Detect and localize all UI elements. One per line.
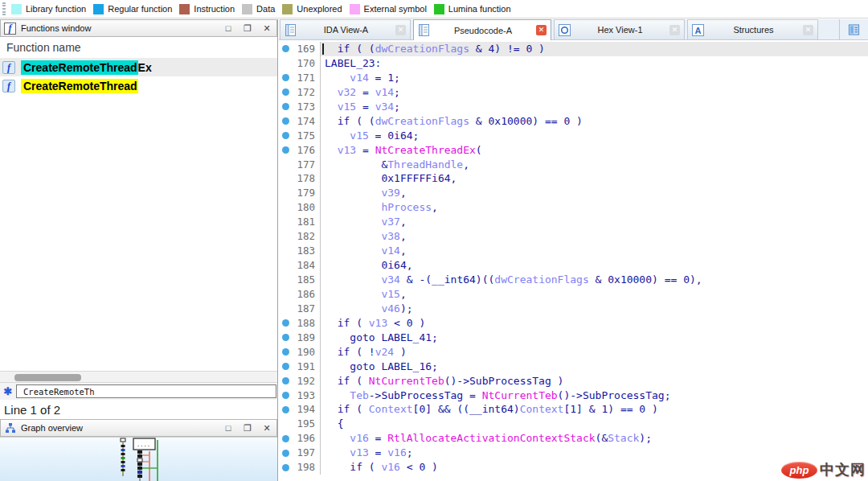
float-icon[interactable]: ❐ bbox=[238, 420, 257, 436]
data-swatch bbox=[242, 4, 252, 14]
code-line[interactable]: 195 { bbox=[279, 417, 868, 431]
svg-text:A: A bbox=[695, 25, 702, 35]
close-icon[interactable]: ✕ bbox=[257, 20, 276, 36]
line-number: 171 bbox=[293, 71, 320, 85]
functions-window-titlebar[interactable]: f Functions window □❐✕ bbox=[0, 19, 277, 37]
code-line[interactable]: 184 0i64, bbox=[279, 258, 868, 273]
functions-horizontal-scrollbar[interactable] bbox=[0, 371, 277, 383]
tab-pseudocode-a[interactable]: Pseudocode-A✕ bbox=[413, 19, 551, 40]
address-bullet bbox=[279, 388, 293, 403]
scrollbar-thumb[interactable] bbox=[14, 374, 81, 381]
code-line[interactable]: 196 v16 = RtlAllocateActivationContextSt… bbox=[279, 431, 868, 446]
code-line[interactable]: 188 if ( v13 < 0 ) bbox=[279, 316, 868, 331]
code-text: v15 = v34; bbox=[320, 100, 868, 114]
tab-close-icon[interactable]: ✕ bbox=[669, 25, 680, 35]
top-toolbar: Library functionRegular functionInstruct… bbox=[0, 0, 868, 18]
code-text: v37, bbox=[320, 215, 868, 229]
function-row[interactable]: fCreateRemoteThreadEx bbox=[0, 58, 277, 76]
line-number: 170 bbox=[293, 56, 320, 71]
bullet-icon bbox=[282, 392, 289, 399]
code-text: LABEL_23: bbox=[320, 56, 868, 71]
legend-item: Library function bbox=[11, 4, 86, 14]
bullet-gutter bbox=[279, 229, 293, 244]
bullet-gutter bbox=[279, 215, 293, 229]
code-line[interactable]: 185 v34 & -(__int64)((dwCreationFlags & … bbox=[279, 273, 868, 287]
code-line[interactable]: 177 &ThreadHandle, bbox=[279, 158, 868, 172]
tab-hex-view-1[interactable]: Hex View-1✕ bbox=[554, 19, 685, 39]
code-text: v15 = 0i64; bbox=[320, 129, 868, 143]
svg-text:....: .... bbox=[137, 442, 150, 448]
code-line[interactable]: 189 goto LABEL_41; bbox=[279, 331, 868, 345]
maximize-icon[interactable]: □ bbox=[219, 420, 238, 436]
line-number: 190 bbox=[293, 345, 320, 360]
code-line[interactable]: 175 v15 = 0i64; bbox=[279, 129, 868, 143]
code-line[interactable]: 194 if ( Context[0] && ((__int64)Context… bbox=[279, 402, 868, 417]
address-bullet bbox=[279, 374, 293, 388]
code-line[interactable]: 174 if ( (dwCreationFlags & 0x10000) == … bbox=[279, 114, 868, 129]
bullet-icon bbox=[282, 406, 289, 413]
maximize-icon[interactable]: □ bbox=[219, 20, 238, 36]
function-name-match: CreateRemoteThread bbox=[21, 60, 138, 75]
line-number: 175 bbox=[293, 129, 320, 143]
code-line[interactable]: 170LABEL_23: bbox=[279, 56, 868, 71]
code-text: if ( Context[0] && ((__int64)Context[1] … bbox=[320, 402, 868, 417]
code-line[interactable]: 183 v14, bbox=[279, 244, 868, 258]
code-line[interactable]: 193 Teb->SubProcessTag = NtCurrentTeb()-… bbox=[279, 388, 868, 403]
graph-overview-content[interactable]: .... bbox=[0, 437, 277, 481]
functions-window-panel: f Functions window □❐✕ Function name fCr… bbox=[0, 19, 278, 481]
graph-overview-thumbnail[interactable]: .... bbox=[111, 438, 183, 481]
code-line[interactable]: 192 if ( NtCurrentTeb()->SubProcessTag ) bbox=[279, 374, 868, 388]
bullet-gutter bbox=[279, 244, 293, 258]
bullet-icon bbox=[282, 377, 289, 384]
tab-close-icon[interactable]: ✕ bbox=[536, 25, 547, 35]
tab-ida-view-a[interactable]: IDA View-A✕ bbox=[280, 19, 411, 39]
graph-overview-buttons: □❐✕ bbox=[219, 420, 276, 436]
code-text: &ThreadHandle, bbox=[320, 158, 868, 172]
address-bullet bbox=[279, 129, 293, 143]
bullet-icon bbox=[282, 132, 289, 139]
function-row[interactable]: fCreateRemoteThread bbox=[0, 76, 277, 95]
code-line[interactable]: 178 0x1FFFFFi64, bbox=[279, 171, 868, 186]
tab-structures[interactable]: AStructures✕ bbox=[687, 19, 818, 39]
close-icon[interactable]: ✕ bbox=[257, 420, 276, 436]
line-number: 176 bbox=[293, 143, 320, 158]
line-number: 178 bbox=[293, 171, 320, 186]
code-line[interactable]: 173 v15 = v34; bbox=[279, 100, 868, 114]
line-number: 197 bbox=[293, 446, 320, 460]
code-line[interactable]: 187 v46); bbox=[279, 302, 868, 316]
code-line[interactable]: 197 v13 = v16; bbox=[279, 446, 868, 460]
index-icon[interactable] bbox=[848, 23, 860, 35]
code-line[interactable]: 171 v14 = 1; bbox=[279, 71, 868, 85]
graph-overview-titlebar[interactable]: Graph overview □❐✕ bbox=[0, 419, 277, 437]
address-bullet bbox=[279, 143, 293, 158]
legend-label: Instruction bbox=[194, 4, 235, 14]
code-line[interactable]: 186 v15, bbox=[279, 287, 868, 302]
code-line[interactable]: 181 v37, bbox=[279, 215, 868, 229]
code-line[interactable]: 176 v13 = NtCreateThreadEx( bbox=[279, 143, 868, 158]
code-line[interactable]: 190 if ( !v24 ) bbox=[279, 345, 868, 360]
function-window-icon: f bbox=[4, 23, 16, 35]
function-name-column-header[interactable]: Function name bbox=[0, 37, 277, 58]
code-line[interactable]: 191 goto LABEL_16; bbox=[279, 360, 868, 374]
watermark-text: 中文网 bbox=[820, 460, 866, 479]
line-number: 193 bbox=[293, 388, 320, 403]
code-line[interactable]: 179 v39, bbox=[279, 186, 868, 200]
code-line[interactable]: 172 v32 = v14; bbox=[279, 85, 868, 100]
line-number: 172 bbox=[293, 85, 320, 100]
function-list: fCreateRemoteThreadExfCreateRemoteThread bbox=[0, 58, 277, 95]
tab-close-icon[interactable]: ✕ bbox=[395, 25, 406, 35]
toolbar-grip-handle[interactable] bbox=[2, 2, 6, 15]
line-number: 173 bbox=[293, 100, 320, 114]
bullet-icon bbox=[282, 45, 289, 52]
function-filter-row: ✱ bbox=[0, 383, 277, 400]
code-line[interactable]: 180 hProcess, bbox=[279, 200, 868, 215]
code-line[interactable]: 198 if ( v16 < 0 ) bbox=[279, 460, 868, 475]
code-line[interactable]: 182 v38, bbox=[279, 229, 868, 244]
bullet-icon bbox=[282, 146, 289, 154]
tab-close-icon[interactable]: ✕ bbox=[803, 25, 813, 35]
bullet-icon bbox=[282, 74, 289, 81]
filter-input[interactable] bbox=[16, 384, 276, 398]
code-line[interactable]: 169 if ( (dwCreationFlags & 4) != 0 ) bbox=[279, 42, 868, 56]
bullet-gutter bbox=[279, 158, 293, 172]
float-icon[interactable]: ❐ bbox=[238, 20, 257, 36]
